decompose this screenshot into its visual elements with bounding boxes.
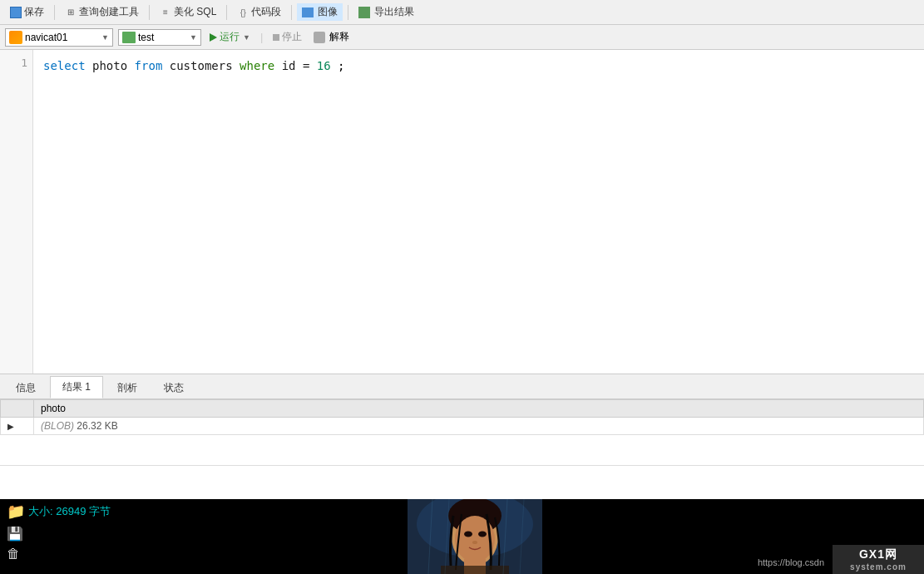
col-photo: photo	[92, 59, 135, 72]
table-row: ▶ (BLOB) 26.32 KB	[1, 418, 924, 435]
query-builder-button[interactable]: ⊞ 查询创建工具	[60, 3, 144, 21]
main-toolbar: 保存 ⊞ 查询创建工具 ≡ 美化 SQL {} 代码段 图像 导出结果	[0, 0, 924, 25]
explain-icon	[314, 32, 325, 43]
run-label: 运行	[220, 30, 240, 44]
database-selector[interactable]: test ▼	[118, 29, 201, 46]
save-icon	[10, 7, 22, 18]
beautify-icon: ≡	[160, 7, 171, 18]
image-icon	[302, 7, 314, 17]
gxi-logo-text: GX1网	[850, 547, 907, 562]
query-builder-label: 查询创建工具	[79, 5, 139, 19]
image-button[interactable]: 图像	[297, 3, 343, 21]
database-icon	[122, 32, 136, 43]
status-bar: 📁 大小: 26949 字节 💾 🗑	[0, 499, 924, 574]
save-button[interactable]: 保存	[5, 3, 49, 21]
value-16: 16	[317, 59, 331, 72]
disk-save-icon[interactable]: 💾	[7, 526, 111, 542]
result-table: photo ▶ (BLOB) 26.32 KB	[0, 399, 924, 435]
toolbar-sep2: |	[260, 31, 263, 43]
image-label: 图像	[318, 5, 338, 19]
svg-point-7	[472, 541, 477, 544]
stop-label: 停止	[282, 30, 302, 44]
line-numbers: 1	[0, 50, 33, 374]
keyword-where: where	[240, 59, 274, 72]
stop-button[interactable]: 停止	[269, 28, 305, 46]
export-results-label: 导出结果	[374, 5, 414, 19]
separator	[291, 5, 292, 20]
code-segment-label: 代码段	[251, 5, 281, 19]
tab-info[interactable]: 信息	[3, 377, 48, 398]
size-text: 大小: 26949 字节	[28, 504, 111, 519]
stop-square-icon	[273, 34, 279, 41]
tab-profile[interactable]: 剖析	[105, 377, 150, 398]
run-button[interactable]: 运行 ▼	[206, 28, 254, 46]
connection-toolbar: navicat01 ▼ test ▼ 运行 ▼ | 停止 解释	[0, 25, 924, 50]
separator	[348, 5, 348, 20]
image-thumbnail-container	[408, 499, 542, 574]
beautify-sql-button[interactable]: ≡ 美化 SQL	[155, 3, 221, 21]
explain-button[interactable]: 解释	[310, 28, 353, 46]
run-triangle-icon	[210, 33, 217, 42]
blob-size: 26.32 KB	[77, 420, 117, 432]
image-thumbnail-svg	[408, 499, 542, 574]
line-number-1: 1	[5, 57, 27, 69]
database-name: test	[138, 32, 154, 43]
folder-icon: 📁	[7, 502, 25, 521]
separator	[149, 5, 150, 20]
beautify-sql-label: 美化 SQL	[174, 5, 216, 19]
code-content[interactable]: select photo from customers where id = 1…	[33, 50, 924, 374]
database-dropdown-arrow: ▼	[190, 33, 197, 42]
status-url: https://blog.csdn	[758, 557, 824, 567]
expand-icon: ▶	[7, 422, 14, 431]
connection-selector[interactable]: navicat01 ▼	[5, 28, 113, 47]
gxi-logo: GX1网 system.com	[833, 545, 924, 574]
semicolon: ;	[338, 59, 344, 72]
svg-point-6	[478, 532, 487, 537]
table-customers: customers	[170, 59, 240, 72]
keyword-select: select	[43, 59, 86, 72]
result-tab-bar: 信息 结果 1 剖析 状态	[0, 374, 924, 399]
sql-editor: 1 select photo from customers where id =…	[0, 50, 924, 374]
column-header-photo: photo	[34, 400, 924, 418]
separator	[54, 5, 55, 20]
connection-icon	[9, 31, 22, 44]
gxi-logo-subtext: system.com	[850, 562, 907, 572]
folder-row: 📁 大小: 26949 字节	[7, 502, 111, 521]
status-left-panel: 📁 大小: 26949 字节 💾 🗑	[7, 502, 111, 562]
separator	[226, 5, 227, 20]
connection-name: navicat01	[25, 32, 67, 43]
row-indicator-header	[1, 400, 34, 418]
row-expand-arrow[interactable]: ▶	[1, 418, 34, 435]
save-label: 保存	[24, 5, 44, 19]
explain-label: 解释	[329, 30, 349, 44]
export-results-button[interactable]: 导出结果	[353, 3, 419, 21]
query-builder-icon: ⊞	[65, 7, 77, 18]
trash-icon[interactable]: 🗑	[7, 547, 111, 562]
code-icon: {}	[237, 7, 249, 18]
svg-point-5	[464, 532, 472, 537]
run-dropdown-arrow: ▼	[243, 33, 250, 42]
keyword-from: from	[135, 59, 163, 72]
tab-status[interactable]: 状态	[151, 377, 196, 398]
col-id: id	[282, 59, 303, 72]
connection-dropdown-arrow: ▼	[101, 33, 109, 42]
export-icon	[358, 7, 370, 18]
blob-cell: (BLOB) 26.32 KB	[34, 418, 924, 435]
eq-sign: =	[303, 59, 317, 72]
svg-rect-9	[441, 566, 509, 574]
code-segment-button[interactable]: {} 代码段	[232, 3, 286, 21]
result-grid: photo ▶ (BLOB) 26.32 KB	[0, 399, 924, 466]
blob-label: (BLOB)	[41, 420, 77, 432]
tab-result1[interactable]: 结果 1	[50, 376, 103, 398]
